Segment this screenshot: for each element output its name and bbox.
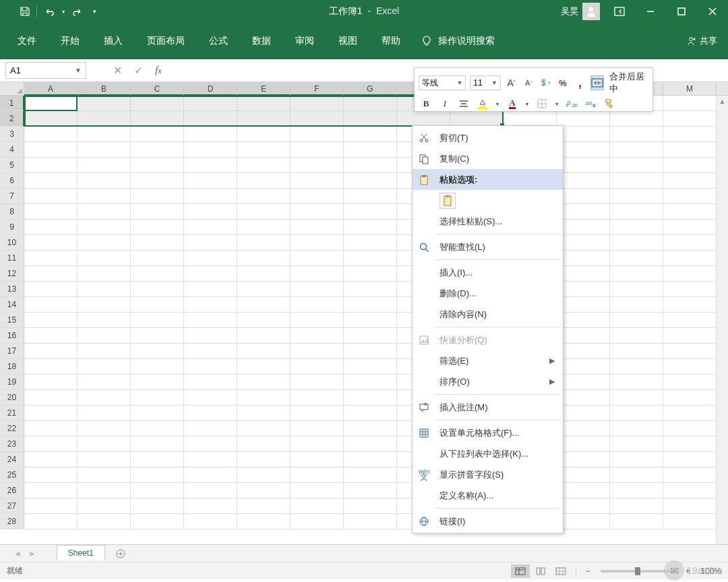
- cell[interactable]: [24, 344, 78, 359]
- cell[interactable]: [344, 375, 397, 390]
- cell[interactable]: [291, 406, 344, 421]
- share-button[interactable]: 共享: [686, 35, 717, 47]
- cell[interactable]: [291, 251, 344, 266]
- cell[interactable]: [291, 204, 344, 220]
- cell[interactable]: [237, 142, 291, 158]
- cell[interactable]: [344, 359, 397, 375]
- cell[interactable]: [557, 467, 610, 483]
- cell[interactable]: [610, 514, 663, 529]
- tab-home[interactable]: 开始: [53, 30, 88, 53]
- tab-view[interactable]: 视图: [330, 30, 365, 53]
- cell[interactable]: [344, 498, 397, 514]
- cell[interactable]: [237, 328, 291, 344]
- cell[interactable]: [344, 127, 397, 142]
- cell[interactable]: [78, 96, 131, 111]
- cell[interactable]: [237, 111, 291, 127]
- row-header[interactable]: 21: [0, 406, 24, 421]
- row-header[interactable]: 28: [0, 514, 24, 529]
- cell[interactable]: [24, 437, 78, 452]
- cell[interactable]: [663, 297, 717, 313]
- enter-formula-icon[interactable]: ✓: [134, 64, 143, 77]
- cell[interactable]: [610, 483, 663, 498]
- cell[interactable]: [184, 204, 237, 220]
- cell[interactable]: [131, 173, 184, 189]
- cell[interactable]: [131, 313, 184, 328]
- cell[interactable]: [663, 251, 717, 266]
- column-header[interactable]: B: [78, 82, 131, 96]
- cell[interactable]: [24, 328, 78, 344]
- cell[interactable]: [184, 111, 237, 127]
- sheet-tab-active[interactable]: Sheet1: [57, 545, 105, 560]
- tab-insert[interactable]: 插入: [96, 30, 131, 53]
- undo-button[interactable]: [38, 1, 59, 22]
- accounting-format-icon[interactable]: $: [539, 75, 553, 90]
- cell[interactable]: [344, 111, 397, 127]
- cell[interactable]: [237, 375, 291, 390]
- cell[interactable]: [78, 111, 131, 127]
- cell[interactable]: [557, 235, 610, 251]
- cell[interactable]: [344, 421, 397, 437]
- cell[interactable]: [131, 282, 184, 297]
- cell[interactable]: [557, 514, 610, 529]
- cell[interactable]: [291, 127, 344, 142]
- row-header[interactable]: 22: [0, 421, 24, 437]
- cell[interactable]: [291, 111, 344, 127]
- column-header[interactable]: F: [291, 82, 344, 96]
- cell[interactable]: [237, 220, 291, 235]
- column-header[interactable]: D: [184, 82, 237, 96]
- zoom-thumb[interactable]: [635, 567, 640, 575]
- row-header[interactable]: 2: [0, 111, 24, 127]
- menu-item[interactable]: 清除内容(N): [413, 304, 563, 325]
- cell[interactable]: [184, 498, 237, 514]
- cell[interactable]: [610, 328, 663, 344]
- cell[interactable]: [344, 313, 397, 328]
- cell[interactable]: [131, 251, 184, 266]
- menu-item[interactable]: 筛选(E)▶: [413, 350, 563, 371]
- cell[interactable]: [344, 173, 397, 189]
- cell[interactable]: [237, 467, 291, 483]
- grid-area[interactable]: 1234567891011121314151617181920212223242…: [0, 96, 728, 544]
- cell[interactable]: [610, 235, 663, 251]
- cell[interactable]: [291, 142, 344, 158]
- sheet-nav[interactable]: ◄ ►: [13, 549, 36, 558]
- view-page-layout-icon[interactable]: [531, 564, 550, 578]
- cell[interactable]: [237, 282, 291, 297]
- cell[interactable]: [663, 189, 717, 204]
- row-header[interactable]: 16: [0, 328, 24, 344]
- row-header[interactable]: 11: [0, 251, 24, 266]
- cell[interactable]: [291, 437, 344, 452]
- ribbon-display-options[interactable]: [604, 0, 635, 23]
- cell[interactable]: [184, 421, 237, 437]
- cell[interactable]: [344, 437, 397, 452]
- cell[interactable]: [131, 111, 184, 127]
- cell[interactable]: [291, 390, 344, 406]
- merge-center-icon[interactable]: [590, 75, 604, 90]
- font-family-selector[interactable]: 等线 ▼: [419, 75, 466, 90]
- cell[interactable]: [557, 328, 610, 344]
- cell[interactable]: [663, 359, 717, 375]
- cell[interactable]: [131, 498, 184, 514]
- cell[interactable]: [610, 344, 663, 359]
- cell[interactable]: [291, 220, 344, 235]
- decrease-decimal-icon[interactable]: .00.0: [583, 96, 598, 111]
- cell[interactable]: [663, 437, 717, 452]
- cell[interactable]: [610, 127, 663, 142]
- row-header[interactable]: 10: [0, 235, 24, 251]
- cell[interactable]: [237, 173, 291, 189]
- cell[interactable]: [24, 406, 78, 421]
- row-header[interactable]: 24: [0, 452, 24, 467]
- row-header[interactable]: 14: [0, 297, 24, 313]
- cell[interactable]: [557, 344, 610, 359]
- cell[interactable]: [78, 375, 131, 390]
- cell[interactable]: [184, 266, 237, 282]
- fill-color-icon[interactable]: [475, 96, 490, 111]
- close-button[interactable]: [697, 0, 728, 23]
- cell[interactable]: [237, 514, 291, 529]
- cell[interactable]: [450, 111, 504, 127]
- cell[interactable]: [78, 359, 131, 375]
- cell[interactable]: [237, 127, 291, 142]
- save-button[interactable]: [15, 1, 35, 22]
- cell[interactable]: [184, 173, 237, 189]
- insert-function-button[interactable]: fx: [155, 65, 162, 76]
- cell[interactable]: [131, 127, 184, 142]
